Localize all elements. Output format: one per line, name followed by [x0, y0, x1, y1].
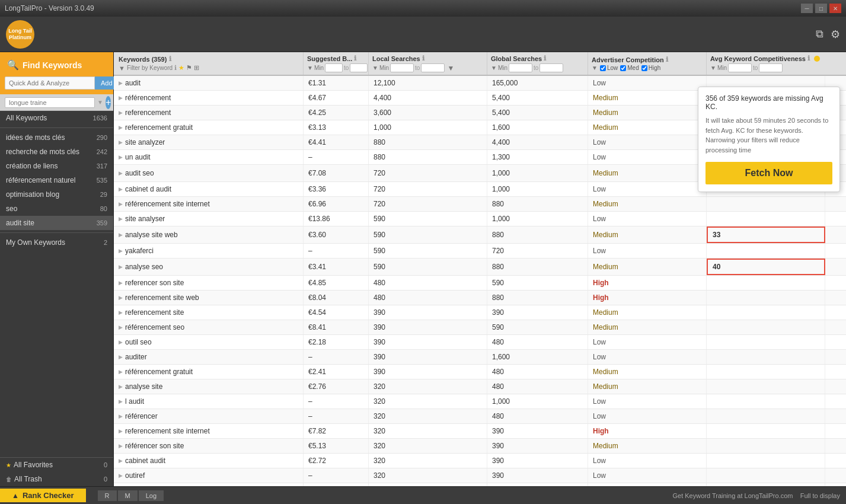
table-row[interactable]: ▶ referencement site internet €7.82 320 … [114, 424, 846, 439]
table-row[interactable]: ▶ analyse seo €3.41 590 880 Medium 40 [114, 259, 846, 276]
row-arrow-icon: ▶ [119, 398, 123, 404]
td-local-searches: 320 [369, 424, 487, 438]
td-local-searches: 880 [369, 150, 487, 164]
table-row[interactable]: ▶ référencement gratuit €2.41 390 480 Me… [114, 365, 846, 379]
med-checkbox-label: Med [620, 65, 639, 71]
local-searches-filter-row: ▼ Min to ▼ [372, 63, 483, 72]
local-searches-title: Local Searches [372, 55, 420, 62]
sidebar-item-audit-site[interactable]: audit site 359 [0, 216, 113, 230]
sidebar-item-all-keywords[interactable]: All Keywords 1636 [0, 111, 113, 125]
sidebar-item-seo[interactable]: seo 80 [0, 202, 113, 216]
advertiser-comp-info-icon[interactable]: ℹ [666, 56, 668, 63]
table-row[interactable]: ▶ site analyser €13.86 590 1,000 Low [114, 212, 846, 227]
filter-star-icon[interactable]: ★ [178, 64, 184, 72]
sb-max-input[interactable] [350, 63, 368, 72]
avg-kc-info-icon[interactable]: ℹ [807, 55, 810, 62]
row-arrow-icon: ▶ [119, 110, 123, 116]
gs-max-input[interactable] [539, 63, 563, 72]
local-searches-info-icon[interactable]: ℹ [422, 55, 424, 62]
table-row[interactable]: ▶ referencer son site €4.85 480 590 High [114, 276, 846, 291]
sidebar-item-my-own-keywords[interactable]: My Own Keywords 2 [0, 235, 113, 250]
bid-value: €2.18 [308, 338, 326, 346]
td-local-searches: 320 [369, 468, 487, 483]
advertiser-comp-title: Advertiser Competition [592, 56, 664, 63]
local-searches-sort-icon[interactable]: ▼ [447, 64, 454, 72]
filter-grid-icon[interactable]: ⊞ [194, 64, 199, 72]
td-global-searches: 390 [487, 468, 588, 483]
sidebar-item-all-trash[interactable]: 🗑 All Trash 0 [0, 472, 113, 486]
table-row[interactable]: ▶ analyse site web €3.60 590 880 Medium … [114, 227, 846, 244]
table-row[interactable]: ▶ auditer – 390 1,600 Low [114, 350, 846, 365]
gs-min-input[interactable] [509, 63, 532, 72]
table-row[interactable]: ▶ outiref – 320 390 Low [114, 468, 846, 483]
kc-min-input[interactable] [728, 63, 752, 72]
table-row[interactable]: ▶ référencement seo €8.41 390 590 Medium [114, 320, 846, 335]
table-row[interactable]: ▶ référencer – 320 480 Low [114, 409, 846, 424]
sidebar-item-recherche-de-mots-clés[interactable]: recherche de mots clés 242 [0, 145, 113, 159]
quick-add-input[interactable] [5, 76, 95, 90]
sb-min-input[interactable] [325, 63, 343, 72]
bottom-bar: ▲ Rank Checker R M Log Get Keyword Train… [0, 486, 846, 504]
low-checkbox[interactable] [600, 65, 606, 71]
add-group-button[interactable]: + [106, 96, 111, 109]
td-global-searches: 390 [487, 454, 588, 468]
sidebar-item-référencement-naturel[interactable]: référencement naturel 535 [0, 173, 113, 187]
sidebar-item-all-favorites[interactable]: ★ All Favorites 0 [0, 458, 113, 472]
table-row[interactable]: ▶ analyse site €2.76 320 480 Medium [114, 379, 846, 394]
table-row[interactable]: ▶ referencement site web €8.04 480 880 H… [114, 291, 846, 305]
td-avg-kc [707, 276, 825, 290]
fetch-now-button[interactable]: Fetch Now [705, 162, 832, 184]
filter-info-icon[interactable]: ℹ [174, 64, 177, 72]
maximize-button[interactable]: □ [815, 4, 827, 13]
global-searches-value: 590 [492, 279, 504, 287]
table-row[interactable]: ▶ yakaferci – 590 720 Low [114, 244, 846, 259]
find-keywords-button[interactable]: Find Keywords [23, 60, 106, 70]
keyword-text: referencement site internet [125, 427, 210, 435]
table-row[interactable]: ▶ référencement site internet €6.96 720 … [114, 197, 846, 212]
sidebar-item-création-de-liens[interactable]: création de liens 317 [0, 159, 113, 173]
table-row[interactable]: ▶ referencement site €4.54 390 390 Mediu… [114, 305, 846, 320]
keyword-text: referencement [125, 109, 171, 117]
r-tab-button[interactable]: R [98, 490, 117, 501]
sidebar-item-idées-de-mots-clés[interactable]: idées de mots clés 290 [0, 130, 113, 145]
td-bid: €3.60 [304, 227, 369, 243]
td-avg-kc [707, 454, 825, 468]
table-row[interactable]: ▶ cabinet audit €2.72 320 390 Low [114, 454, 846, 468]
keywords-info-icon[interactable]: ℹ [169, 55, 171, 63]
global-searches-info-icon[interactable]: ℹ [544, 55, 546, 62]
bid-value: – [308, 397, 312, 406]
td-advertiser-comp: High [588, 291, 707, 305]
med-checkbox[interactable] [620, 65, 626, 71]
suggested-bid-info-icon[interactable]: ℹ [354, 55, 356, 62]
minimize-button[interactable]: ─ [801, 4, 813, 13]
local-searches-value: 390 [373, 353, 385, 361]
window-controls: ─ □ ✕ [801, 4, 841, 13]
table-row[interactable]: ▶ référencer son site €5.13 320 390 Medi… [114, 439, 846, 454]
fetch-popup: 356 of 359 keywords are missing Avg KC. … [698, 87, 840, 192]
filter-bookmark-icon[interactable]: ⚑ [186, 64, 192, 72]
sidebar-item-optimisation-blog[interactable]: optimisation blog 29 [0, 187, 113, 202]
global-searches-value: 880 [492, 200, 504, 208]
kc-max-input[interactable] [759, 63, 783, 72]
table-row[interactable]: ▶ outil seo €2.18 390 480 Low [114, 335, 846, 350]
row-arrow-icon: ▶ [119, 413, 123, 419]
group-filter-input[interactable] [5, 97, 95, 108]
td-advertiser-comp: Low [588, 468, 707, 483]
td-bid: €7.82 [304, 424, 369, 438]
high-checkbox[interactable] [641, 65, 647, 71]
settings-icon[interactable]: ⚙ [831, 28, 840, 41]
title-bar: LongTailPro - Version 3.0.49 ─ □ ✕ [0, 0, 846, 17]
td-keyword: ▶ audit seo [114, 165, 304, 181]
log-tab-button[interactable]: Log [139, 490, 164, 501]
td-avg-kc [707, 439, 825, 453]
m-tab-button[interactable]: M [118, 490, 138, 501]
external-link-icon[interactable]: ⧉ [816, 28, 823, 41]
bid-value: €8.04 [308, 294, 326, 302]
close-button[interactable]: ✕ [829, 4, 841, 13]
rank-checker-button[interactable]: ▲ Rank Checker [0, 489, 86, 502]
table-row[interactable]: ▶ l audit – 320 1,000 Low [114, 394, 846, 409]
table-row[interactable]: ▶ référencement web €7.16 320 720 Medium [114, 483, 846, 486]
keyword-text: référencement seo [125, 323, 184, 331]
ls-max-input[interactable] [421, 63, 445, 72]
ls-min-input[interactable] [390, 63, 414, 72]
